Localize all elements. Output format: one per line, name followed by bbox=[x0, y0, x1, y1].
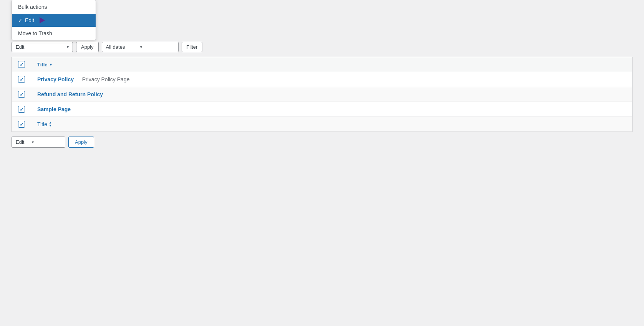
bottom-chevron-down-icon: ▾ bbox=[32, 140, 34, 144]
header-checkbox[interactable]: ✓ bbox=[18, 61, 25, 68]
footer-title-label: Title bbox=[37, 121, 47, 127]
row-title-cell-3: Sample Page bbox=[31, 102, 632, 117]
table-row: ✓ Refund and Return Policy bbox=[12, 87, 632, 102]
apply-button[interactable]: Apply bbox=[76, 42, 99, 52]
footer-title-cell: Title ▲ ▼ bbox=[31, 117, 632, 132]
bottom-selected-label: Edit bbox=[16, 139, 24, 145]
row-checkbox-cell: ✓ bbox=[12, 87, 31, 102]
bulk-actions-select[interactable]: Edit ▾ bbox=[12, 42, 73, 52]
dates-chevron-icon: ▾ bbox=[140, 45, 142, 49]
row-title-cell-1: Privacy Policy — Privacy Policy Page bbox=[31, 72, 632, 87]
bulk-actions-selected-label: Edit bbox=[16, 44, 24, 50]
footer-title-sort-button[interactable]: Title ▲ ▼ bbox=[37, 121, 626, 127]
table-row: ✓ Sample Page bbox=[12, 102, 632, 117]
title-sort-button[interactable]: Title ▼ bbox=[37, 62, 626, 68]
page-link-1[interactable]: Privacy Policy — Privacy Policy Page bbox=[37, 76, 129, 82]
top-toolbar: Bulk actions ✓ Edit Move to Trash Edit ▾… bbox=[12, 39, 632, 55]
dropdown-item-edit-label: Edit bbox=[25, 17, 34, 23]
arrow-right-icon bbox=[40, 17, 45, 23]
dates-label: All dates bbox=[106, 44, 125, 50]
sort-arrow-down-icon: ▼ bbox=[49, 63, 53, 67]
row-checkbox-2[interactable]: ✓ bbox=[18, 91, 25, 98]
page-link-2[interactable]: Refund and Return Policy bbox=[37, 91, 103, 97]
row-checkbox-1[interactable]: ✓ bbox=[18, 76, 25, 83]
bottom-bulk-actions-select[interactable]: Edit ▾ bbox=[12, 137, 65, 148]
table-footer-row: ✓ Title ▲ ▼ bbox=[12, 117, 632, 132]
title-column-header[interactable]: Title ▼ bbox=[31, 57, 632, 72]
sort-arrows-icon: ▲ ▼ bbox=[49, 121, 52, 127]
table-header-row: ✓ Title ▼ bbox=[12, 57, 632, 72]
bottom-apply-button[interactable]: Apply bbox=[68, 137, 94, 148]
dropdown-item-trash[interactable]: Move to Trash bbox=[12, 27, 96, 40]
page-header: Pages Add New bbox=[12, 9, 632, 21]
page-link-3[interactable]: Sample Page bbox=[37, 106, 71, 112]
dropdown-item-edit[interactable]: ✓ Edit bbox=[12, 14, 96, 27]
header-checkbox-cell: ✓ bbox=[12, 57, 31, 72]
row-checkbox-cell: ✓ bbox=[12, 72, 31, 87]
dates-select[interactable]: All dates ▾ bbox=[102, 42, 179, 52]
title-column-label: Title bbox=[37, 62, 48, 68]
subheader: …3) | Trash (5) bbox=[12, 29, 632, 35]
footer-checkbox-cell: ✓ bbox=[12, 117, 31, 132]
chevron-down-icon: ▾ bbox=[67, 45, 69, 49]
checkmark-icon: ✓ bbox=[18, 17, 23, 23]
bulk-actions-dropdown: Bulk actions ✓ Edit Move to Trash bbox=[12, 0, 96, 40]
row-checkbox-cell: ✓ bbox=[12, 102, 31, 117]
dropdown-item-trash-label: Move to Trash bbox=[18, 30, 52, 36]
row-title-cell-2: Refund and Return Policy bbox=[31, 87, 632, 102]
bottom-toolbar: Edit ▾ Apply bbox=[12, 137, 632, 148]
bulk-actions-wrapper: Bulk actions ✓ Edit Move to Trash Edit ▾ bbox=[12, 42, 73, 52]
filter-button[interactable]: Filter bbox=[182, 42, 203, 52]
table-row: ✓ Privacy Policy — Privacy Policy Page bbox=[12, 72, 632, 87]
footer-checkbox[interactable]: ✓ bbox=[18, 121, 25, 128]
pages-table: ✓ Title ▼ ✓ Privacy Policy — Privacy Pol… bbox=[12, 57, 632, 132]
dropdown-header: Bulk actions bbox=[12, 0, 96, 14]
row-checkbox-3[interactable]: ✓ bbox=[18, 106, 25, 113]
